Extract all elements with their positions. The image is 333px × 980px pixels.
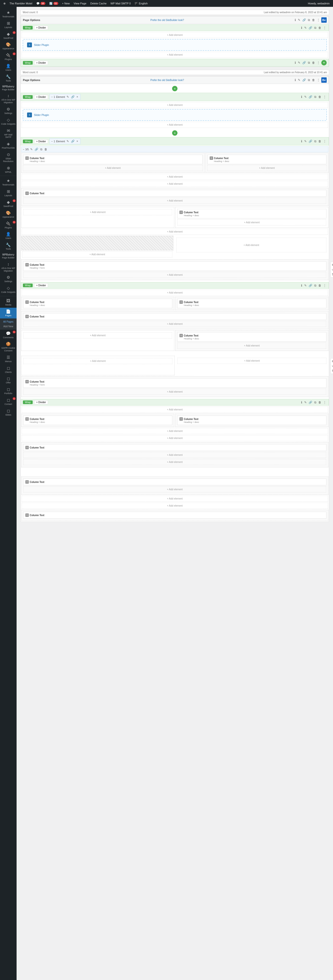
wrap-link-1[interactable]: 🔗 <box>308 26 313 30</box>
dots-btn-2[interactable]: ⋮ <box>316 78 320 82</box>
add-element-s4-mid1[interactable]: + Add element <box>22 428 328 434</box>
dots-btn-1[interactable]: ⋮ <box>316 18 320 22</box>
sidebar-item-migration[interactable]: ↕ All-in-One WP Migration <box>0 92 17 105</box>
sidebar-item-menus[interactable]: ☰ Menus <box>0 353 17 364</box>
add-new-page-submenu-item[interactable]: Add New <box>0 324 17 329</box>
divider-button-3[interactable]: + Divider <box>34 95 48 99</box>
wrap-trash-1[interactable]: 🗑 <box>318 26 322 30</box>
add-element-between-2[interactable]: + Add element <box>22 181 328 187</box>
sidebar-item-seedprod-2[interactable]: ◆ SeedProd 1 <box>0 198 17 209</box>
add-element-s3-top[interactable]: + Add element <box>22 290 328 296</box>
wrap-copy-2[interactable]: ⧉ <box>308 61 311 65</box>
wrap-trash-4[interactable]: 🗑 <box>318 139 322 143</box>
sidebar-item-pages[interactable]: 📄 Pages <box>0 308 17 318</box>
wrap-link-4[interactable]: 🔗 <box>308 139 313 143</box>
add-element-6b[interactable]: + Add element <box>178 358 327 364</box>
float-tool-1[interactable]: ⊕ <box>331 263 333 267</box>
prefer-link-2[interactable]: Prefer the old SiteBuilder look? <box>151 79 184 81</box>
all-pages-submenu-item[interactable]: All Pages <box>0 320 17 324</box>
wrap-dots-1[interactable]: ⋮ <box>323 26 327 30</box>
link-btn-1[interactable]: 🔗 <box>302 18 306 22</box>
divider-button-2[interactable]: + Divider <box>34 61 48 65</box>
add-element-top-1[interactable]: + Add element <box>22 32 328 38</box>
wrap-pencil-6[interactable]: ✎ <box>304 401 307 404</box>
wrap-pencil-1[interactable]: ✎ <box>304 26 307 30</box>
add-element-single-4[interactable]: + Add element <box>24 486 326 492</box>
divider-button-6[interactable]: + Divider <box>34 400 48 404</box>
wrap-trash-3[interactable]: 🗑 <box>318 95 322 99</box>
wrap-info-6[interactable]: ℹ <box>301 401 303 404</box>
sidebar-item-pixelyoursite[interactable]: ◈ PixelYourSite <box>0 140 17 151</box>
info-btn-1[interactable]: ℹ <box>294 18 297 22</box>
sidebar-item-layouts-2[interactable]: ⊞ Layouts <box>0 188 17 198</box>
admin-bar-updates[interactable]: 🔄 11 <box>48 0 60 7</box>
wrap-button-2[interactable]: Wrap <box>23 61 33 65</box>
add-element-last-1[interactable]: + Add element <box>22 496 328 502</box>
wrap-pencil-4[interactable]: ✎ <box>304 139 307 143</box>
wrap-button-6[interactable]: Wrap <box>23 401 33 404</box>
add-element-s2-top[interactable]: + Add element <box>22 102 328 108</box>
wrap-pencil-3[interactable]: ✎ <box>304 95 307 99</box>
sidebar-item-layouts[interactable]: ⊞ Layouts <box>0 19 17 30</box>
green-add-btn-2[interactable]: + <box>172 130 178 136</box>
copy-btn-2[interactable]: ⧉ <box>308 78 311 82</box>
admin-bar-howdy[interactable]: Howdy, webadmin <box>306 0 331 7</box>
wrap-link-3[interactable]: 🔗 <box>308 95 313 99</box>
sidebar-item-wpbakery-2[interactable]: WPBakery Page Builder <box>0 252 17 261</box>
wrap-info-5[interactable]: ℹ <box>301 283 303 288</box>
wrap-button-5[interactable]: Wrap <box>23 283 33 287</box>
copy-btn-1[interactable]: ⧉ <box>308 18 311 22</box>
add-element-single-3[interactable]: + Add element <box>24 452 326 458</box>
sidebar-item-slider-revolution[interactable]: ⊙ Slider Revolution <box>0 151 17 164</box>
sidebar-item-portfolio[interactable]: ◻ Portfolio <box>0 385 17 396</box>
add-element-s2-mid[interactable]: + Add element <box>22 122 328 128</box>
wrap-pencil-5[interactable]: ✎ <box>304 283 307 288</box>
sidebar-item-users[interactable]: 👤 Users <box>0 62 17 73</box>
add-element-small-1[interactable]: + Add element <box>176 238 327 252</box>
wrap-dots-2[interactable]: ⋮ <box>316 61 320 65</box>
element-link-1[interactable]: 🔗 <box>70 95 75 99</box>
sidebar-item-wpml[interactable]: ⊕ WPML <box>0 164 17 175</box>
wp-logo[interactable]: ⊕ <box>2 0 7 7</box>
add-element-row-3[interactable]: + Add element <box>22 229 328 235</box>
add-element-s4-top[interactable]: + Add element <box>22 407 328 413</box>
wrap-button-3[interactable]: Wrap <box>23 95 33 99</box>
element-link-2[interactable]: 🔗 <box>70 139 75 143</box>
element-delete-1[interactable]: × <box>76 95 79 99</box>
wrap-dots-4[interactable]: ⋮ <box>323 139 327 143</box>
wrap-trash-5[interactable]: 🗑 <box>318 283 322 288</box>
trash-btn-1[interactable]: 🗑 <box>312 18 316 22</box>
element-edit-2[interactable]: ✎ <box>66 139 70 143</box>
sidebar-item-appearance[interactable]: 🎨 Appearance <box>0 41 17 51</box>
wrap-copy-3[interactable]: ⧉ <box>314 95 317 99</box>
sidebar-item-clients[interactable]: ◻ Clients <box>0 364 17 375</box>
sidebar-item-comments[interactable]: 💬 Comments 1 <box>0 330 17 340</box>
wrap-button-4[interactable]: Wrap <box>23 140 33 143</box>
add-element-single-3b[interactable]: + Add element <box>24 459 326 465</box>
wrap-dots-5[interactable]: ⋮ <box>323 283 327 288</box>
sidebar-item-tools[interactable]: 🔧 Tools <box>0 73 17 84</box>
sidebar-item-wpmail[interactable]: ✉ WP Mail SMTP <box>0 127 17 140</box>
wrap-link-5[interactable]: 🔗 <box>308 283 313 288</box>
mini-copy-1[interactable]: ⧉ <box>40 147 43 151</box>
add-element-hatched-1[interactable]: + Add element <box>22 251 172 258</box>
pencil-btn-1[interactable]: ✎ <box>297 18 301 22</box>
green-add-btn-1[interactable]: + <box>172 86 178 91</box>
add-element-between-1[interactable]: + Add element <box>22 174 328 180</box>
divider-button-4[interactable]: + Divider <box>34 139 48 143</box>
sidebar-item-contact[interactable]: ◻ Contact 1 <box>0 396 17 407</box>
admin-bar-new[interactable]: + New <box>61 0 71 7</box>
wrap-info-1[interactable]: ℹ <box>301 26 303 30</box>
sidebar-item-users-2[interactable]: 👤 Users <box>0 231 17 241</box>
wrap-copy-4[interactable]: ⧉ <box>314 139 317 143</box>
float-tool-6[interactable]: ⇅ <box>331 369 333 373</box>
wrap-button-1[interactable]: Wrap <box>23 26 33 30</box>
wrap-link-2[interactable]: 🔗 <box>302 61 306 65</box>
admin-bar-wpmail[interactable]: WP Mail SMTP 0 <box>109 0 132 7</box>
add-element-ct9[interactable]: + Add element <box>178 343 326 349</box>
trash-btn-2[interactable]: 🗑 <box>312 78 316 82</box>
wrap-copy-1[interactable]: ⧉ <box>314 26 317 30</box>
add-element-s4-mid2[interactable]: + Add element <box>22 435 328 441</box>
pencil-btn-2[interactable]: ✎ <box>297 78 301 82</box>
sidebar-item-plugins[interactable]: 🔌 Plugins 1 <box>0 51 17 62</box>
